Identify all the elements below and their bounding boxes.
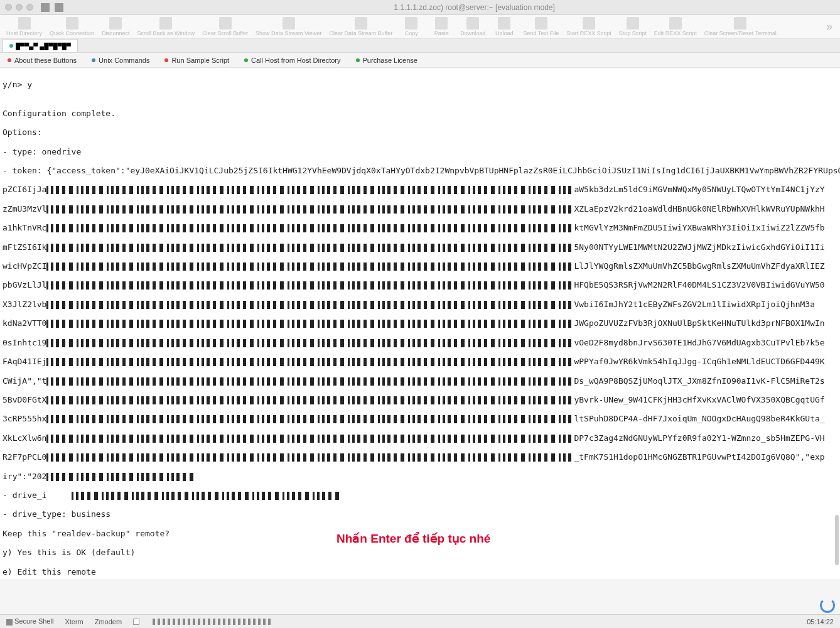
toolbar-clear-data-stream-buffer[interactable]: Clear Data Stream Buffer [325, 16, 396, 38]
bullet-icon [92, 58, 95, 62]
toolbar-icon [466, 17, 479, 30]
toolbar-quick-connection[interactable]: Quick Connection [46, 16, 98, 38]
checkbox-icon[interactable] [133, 619, 139, 625]
close-icon[interactable] [5, 4, 12, 11]
toolbar-icon [109, 17, 122, 30]
lock-icon [6, 619, 13, 625]
toolbar-clear-screen-reset-terminal[interactable]: Clear Screen/Reset Terminal [701, 16, 780, 38]
toolbar-icon [535, 17, 547, 30]
toolbar-start-rexx-script[interactable]: Start REXX Script [563, 16, 615, 38]
toolbar-upload[interactable]: Upload [489, 16, 519, 38]
main-toolbar: Host DirectoryQuick ConnectionDisconnect… [0, 15, 840, 39]
terminal-output[interactable]: y/n> y Configuration complete. Options: … [0, 68, 840, 579]
toolbar-icon [159, 17, 172, 30]
toolbar-host-directory[interactable]: Host Directory [3, 16, 46, 38]
minimize-icon[interactable] [16, 4, 23, 11]
bullet-icon [164, 58, 168, 62]
window-icon [41, 3, 50, 12]
quick-links-bar: About these ButtonsUnix CommandsRun Samp… [0, 53, 840, 68]
status-dot-icon [9, 44, 13, 48]
window-title: 1.1.1.1.zd.zoc) root@server:~ [evaluatio… [114, 3, 835, 12]
toolbar-disconnect[interactable]: Disconnect [98, 16, 134, 38]
toolbar-icon [498, 17, 510, 30]
toolbar-overflow-icon[interactable]: » [821, 20, 837, 33]
toolbar-icon [405, 17, 417, 30]
toolbar-edit-rexx-script[interactable]: Edit REXX Script [650, 16, 701, 38]
toolbar-icon [219, 17, 232, 30]
toolbar-show-data-stream-viewer[interactable]: Show Data Stream Viewer [252, 16, 325, 38]
status-clock: 05:14:22 [807, 618, 834, 625]
traffic-lights[interactable] [5, 4, 33, 11]
scrollbar-thumb[interactable] [835, 515, 839, 565]
quicklink-purchase-license[interactable]: Purchase License [356, 57, 417, 64]
quicklink-run-sample-script[interactable]: Run Sample Script [164, 57, 229, 64]
session-tab[interactable]: █▀▀▄▀ ▄█▀█▀█▀ [3, 39, 78, 52]
toolbar-copy[interactable]: Copy [396, 16, 426, 38]
zoom-icon[interactable] [26, 4, 33, 11]
toolbar-send-text-file[interactable]: Send Text File [519, 16, 563, 38]
toolbar-scroll-back-as-window[interactable]: Scroll Back as Window [134, 16, 199, 38]
toolbar-paste[interactable]: Paste [426, 16, 456, 38]
toolbar-icon [66, 17, 78, 30]
status-bar: Secure Shell Xterm Zmodem 05:14:22 [0, 614, 840, 628]
toolbar-icon [583, 17, 595, 30]
status-proto: Zmodem [95, 618, 122, 625]
quicklink-call-host-from-host-directory[interactable]: Call Host from Host Directory [244, 57, 340, 64]
status-term: Xterm [65, 618, 83, 625]
quicklink-about-these-buttons[interactable]: About these Buttons [8, 57, 77, 64]
toolbar-download[interactable]: Download [456, 16, 489, 38]
toolbar-stop-script[interactable]: Stop Script [615, 16, 650, 38]
toolbar-icon [18, 17, 31, 30]
tab-bar: █▀▀▄▀ ▄█▀█▀█▀ [0, 39, 840, 53]
tab-label: █▀▀▄▀ ▄█▀█▀█▀ [16, 43, 71, 50]
toolbar-icon [669, 17, 682, 30]
toolbar-icon [435, 17, 448, 30]
window-titlebar: 1.1.1.1.zd.zoc) root@server:~ [evaluatio… [0, 0, 840, 15]
toolbar-icon [283, 17, 295, 30]
spinner-icon [820, 598, 835, 613]
toolbar-icon [627, 17, 639, 30]
status-shell: Secure Shell [14, 617, 53, 625]
toolbar-icon [355, 17, 367, 30]
window-icon [55, 3, 63, 12]
status-pixelated [153, 619, 272, 625]
toolbar-clear-scroll-buffer[interactable]: Clear Scroll Buffer [198, 16, 252, 38]
bullet-icon [244, 58, 248, 62]
bullet-icon [356, 58, 360, 62]
quicklink-unix-commands[interactable]: Unix Commands [92, 57, 149, 64]
annotation-label: Nhấn Enter để tiếp tục nhé [337, 534, 490, 543]
bullet-icon [8, 58, 11, 62]
toolbar-icon [734, 17, 746, 30]
